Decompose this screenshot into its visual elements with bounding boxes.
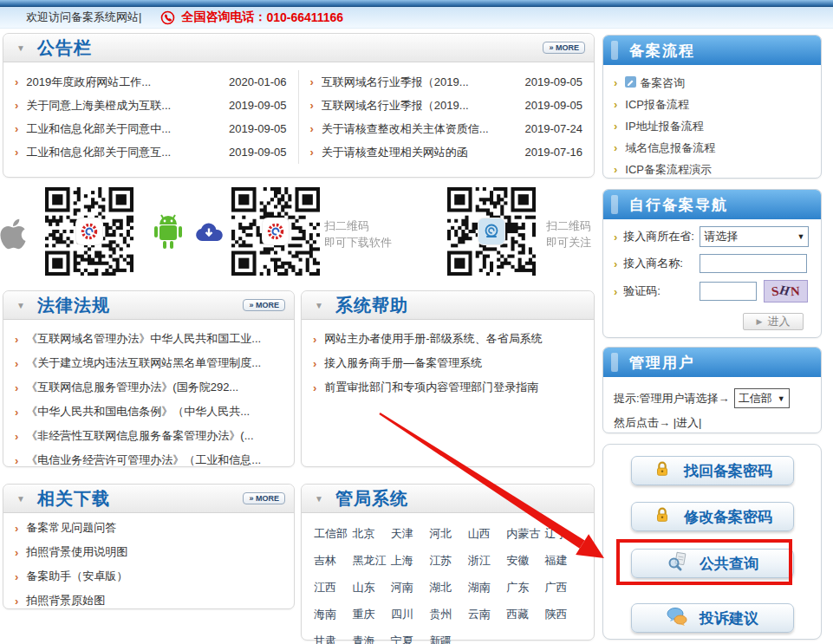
- bureau-link[interactable]: 山东: [352, 580, 390, 595]
- change-password-button[interactable]: 修改备案密码: [631, 502, 794, 531]
- panel-bureaus: ▼ 管局系统 工信部北京天津河北山西内蒙古辽宁 吉林黑龙江上海江苏浙江安徽福建 …: [301, 484, 595, 641]
- bureau-link[interactable]: 陕西: [545, 607, 583, 622]
- panel-downloads-header: ▼ 相关下载 » MORE: [3, 485, 294, 513]
- panel-help: ▼ 系统帮助 ›网站主办者使用手册-部级系统、各省局系统 ›接入服务商手册—备案…: [301, 290, 595, 467]
- bureau-link[interactable]: 湖南: [468, 580, 506, 595]
- captcha-input[interactable]: [700, 282, 757, 301]
- list-item[interactable]: ›备案助手（安卓版）: [3, 564, 294, 589]
- search-doc-icon: [667, 551, 687, 576]
- bureau-link[interactable]: 青海: [352, 634, 390, 644]
- list-item[interactable]: ›备案常见问题问答: [3, 516, 294, 540]
- bureau-link[interactable]: 上海: [391, 553, 429, 569]
- bureau-link[interactable]: 内蒙古: [506, 526, 544, 542]
- bureau-link[interactable]: 四川: [391, 607, 429, 622]
- panel-laws: ▼ 法律法规 » MORE ›《互联网域名管理办法》中华人民共和国工业... ›…: [3, 290, 295, 467]
- arrow-bullet-icon: ›: [313, 333, 316, 346]
- bureau-link[interactable]: 河北: [429, 526, 467, 542]
- announcement-row[interactable]: ›关于同意上海美橙成为互联...2019-09-05: [15, 94, 287, 117]
- arrow-bullet-icon: ›: [614, 231, 617, 244]
- apple-logo-icon: [0, 211, 35, 260]
- admin-select[interactable]: 工信部▼: [734, 388, 790, 408]
- bureau-link[interactable]: 广东: [506, 580, 544, 595]
- arrow-right-icon: ▶: [757, 317, 763, 326]
- bureau-link[interactable]: 工信部: [314, 526, 352, 542]
- captcha-image[interactable]: SHN: [764, 280, 808, 302]
- list-item[interactable]: ›ICP报备流程: [603, 94, 821, 115]
- triangle-icon: ▼: [315, 301, 323, 310]
- triangle-icon: ▼: [315, 494, 323, 504]
- isp-name-input[interactable]: [700, 254, 807, 273]
- list-item[interactable]: ›《互联网域名管理办法》中华人民共和国工业...: [3, 327, 294, 351]
- list-item[interactable]: ›拍照背景原始图: [3, 589, 294, 613]
- list-item[interactable]: ›前置审批部门和专项内容管理部门登录指南: [302, 375, 594, 400]
- bureau-link[interactable]: 云南: [468, 607, 506, 622]
- bureau-link[interactable]: 福建: [545, 553, 583, 569]
- bureau-link[interactable]: 安徽: [506, 553, 544, 569]
- bureau-link[interactable]: 浙江: [468, 553, 506, 569]
- list-item[interactable]: ›拍照背景使用说明图: [3, 540, 294, 564]
- bureau-link[interactable]: 新疆: [429, 634, 467, 644]
- icp-logo: [76, 218, 102, 244]
- bureau-link[interactable]: 河南: [391, 580, 429, 595]
- list-item[interactable]: ›域名信息报备流程: [603, 137, 821, 159]
- chevron-down-icon: ▼: [778, 394, 785, 403]
- bureau-link[interactable]: 黑龙江: [352, 553, 390, 569]
- list-item[interactable]: ›《电信业务经营许可管理办法》（工业和信息...: [3, 448, 294, 472]
- announcement-row[interactable]: ›关于请核查处理相关网站的函2019-07-16: [310, 140, 583, 164]
- list-item[interactable]: ›《中华人民共和国电信条例》（中华人民共...: [3, 400, 294, 424]
- announcement-row[interactable]: ›工业和信息化部关于同意互...2019-09-05: [15, 140, 287, 164]
- welcome-bar: 欢迎访问备案系统网站| 全国咨询电话： 010-66411166: [0, 7, 833, 29]
- bureau-link[interactable]: 北京: [352, 526, 390, 542]
- panel-downloads: ▼ 相关下载 » MORE ›备案常见问题问答 ›拍照背景使用说明图 ›备案助手…: [3, 484, 295, 609]
- list-item[interactable]: ›《互联网信息服务管理办法》(国务院292...: [3, 375, 294, 400]
- wechat-account-logo: [478, 218, 504, 244]
- complaint-button[interactable]: 投诉建议: [631, 603, 794, 633]
- enter-button[interactable]: ▶ 进入: [743, 313, 804, 330]
- list-item[interactable]: ›ICP备案流程演示: [603, 159, 821, 180]
- top-gradient-strip: [0, 0, 833, 7]
- bureau-link[interactable]: 广西: [545, 580, 583, 595]
- bureau-link[interactable]: 西藏: [506, 607, 544, 622]
- bureau-link[interactable]: 辽宁: [545, 526, 583, 542]
- list-item[interactable]: ›接入服务商手册—备案管理系统: [302, 351, 594, 375]
- province-select[interactable]: 请选择▼: [700, 226, 809, 247]
- public-query-button[interactable]: 公共查询: [631, 549, 794, 578]
- more-button[interactable]: » MORE: [243, 299, 285, 311]
- captcha-label: 验证码:: [623, 283, 700, 299]
- arrow-bullet-icon: ›: [614, 285, 617, 298]
- bureau-link[interactable]: 吉林: [314, 553, 352, 569]
- bureau-link[interactable]: 宁夏: [391, 634, 429, 644]
- bureau-links-grid: 工信部北京天津河北山西内蒙古辽宁 吉林黑龙江上海江苏浙江安徽福建 江西山东河南湖…: [302, 513, 594, 644]
- arrow-bullet-icon: ›: [15, 333, 18, 346]
- phone-label: 全国咨询电话：: [181, 10, 266, 25]
- list-item[interactable]: ›《非经营性互联网信息服务备案管理办法》(...: [3, 424, 294, 448]
- announcement-row[interactable]: ›2019年度政府网站工作...2020-01-06: [15, 70, 287, 94]
- bureau-link[interactable]: 山西: [468, 526, 506, 542]
- list-item[interactable]: ›网站主办者使用手册-部级系统、各省局系统: [302, 327, 594, 351]
- list-item[interactable]: ›《关于建立境内违法互联网站黑名单管理制度...: [3, 351, 294, 375]
- bureau-link[interactable]: 湖北: [429, 580, 467, 595]
- more-button[interactable]: » MORE: [243, 492, 285, 504]
- announcement-row[interactable]: ›互联网域名行业季报（2019...2019-09-05: [310, 94, 583, 117]
- list-item[interactable]: ›备案咨询: [603, 72, 821, 94]
- triangle-icon: ▼: [16, 494, 25, 504]
- bureau-link[interactable]: 甘肃: [314, 634, 352, 644]
- bureau-link[interactable]: 天津: [391, 526, 429, 542]
- find-password-button[interactable]: 找回备案密码: [631, 456, 794, 485]
- announcement-row[interactable]: ›关于请核查整改相关主体资质信...2019-07-24: [310, 117, 583, 140]
- bureau-link[interactable]: 重庆: [352, 607, 390, 622]
- bureau-link[interactable]: 海南: [314, 607, 352, 622]
- announcement-row[interactable]: ›工业和信息化部关于同意中...2019-09-05: [15, 117, 287, 140]
- arrow-bullet-icon: ›: [310, 122, 314, 135]
- bureau-link[interactable]: 江西: [314, 580, 352, 595]
- admin-enter-link[interactable]: |进入|: [674, 416, 702, 429]
- list-item[interactable]: ›IP地址报备流程: [603, 115, 821, 137]
- arrow-bullet-icon: ›: [15, 454, 18, 467]
- arrow-bullet-icon: ›: [614, 257, 617, 270]
- more-button[interactable]: » MORE: [543, 42, 585, 54]
- province-label: 接入商所在省:: [623, 229, 700, 244]
- bureau-link[interactable]: 贵州: [429, 607, 467, 622]
- announcement-row[interactable]: ›互联网域名行业季报（2019...2019-09-05: [310, 70, 583, 94]
- bureau-link[interactable]: 江苏: [429, 553, 467, 569]
- android-icon: [153, 213, 184, 253]
